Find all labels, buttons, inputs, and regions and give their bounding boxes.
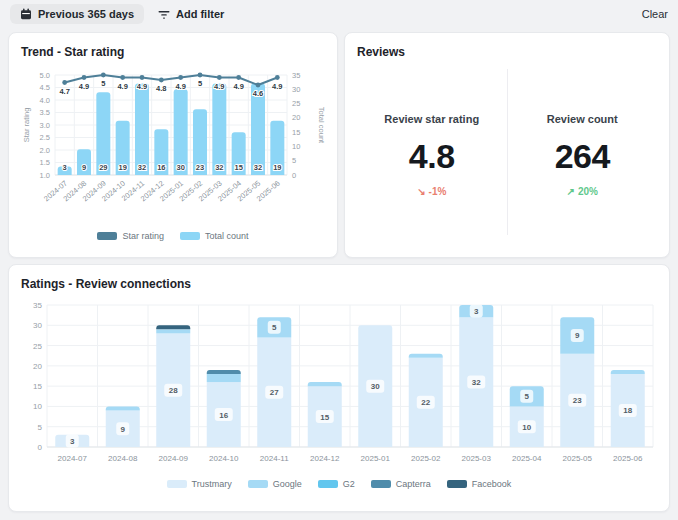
- svg-text:4.9: 4.9: [175, 82, 185, 91]
- legend-item-capterra: Capterra: [371, 479, 431, 489]
- svg-text:20: 20: [33, 362, 42, 371]
- legend-swatch: [447, 480, 467, 488]
- svg-text:2025-03: 2025-03: [462, 454, 492, 463]
- legend-item-total-count: Total count: [180, 231, 249, 241]
- svg-text:9: 9: [82, 163, 86, 172]
- kpi-delta: ↗ 20%: [567, 186, 598, 197]
- date-range-button[interactable]: Previous 365 days: [10, 4, 144, 24]
- svg-text:20: 20: [292, 113, 300, 122]
- calendar-icon: [20, 8, 32, 20]
- kpi-value: 264: [555, 137, 610, 176]
- svg-text:30: 30: [176, 163, 184, 172]
- svg-text:35: 35: [33, 301, 42, 310]
- svg-text:15: 15: [234, 163, 242, 172]
- svg-text:5: 5: [525, 392, 530, 401]
- kpi-delta-value: 20%: [578, 186, 598, 197]
- legend-swatch: [371, 480, 391, 488]
- svg-text:32: 32: [138, 163, 146, 172]
- svg-text:0: 0: [292, 171, 296, 180]
- svg-text:16: 16: [157, 163, 165, 172]
- kpi-review-count: Review count 264 ↗ 20%: [508, 59, 658, 245]
- svg-text:5.0: 5.0: [40, 71, 50, 80]
- svg-text:35: 35: [292, 71, 300, 80]
- add-filter-button[interactable]: Add filter: [158, 8, 224, 20]
- legend-item-facebook: Facebook: [447, 479, 512, 489]
- clear-filters-button[interactable]: Clear: [642, 8, 668, 20]
- svg-text:1.5: 1.5: [40, 158, 50, 167]
- ratings-chart-legend: TrustmaryGoogleG2CapterraFacebook: [21, 479, 657, 489]
- svg-text:2.5: 2.5: [40, 133, 50, 142]
- ratings-chart: 051015202530352024-072024-082024-092024-…: [21, 297, 659, 477]
- svg-text:2025-02: 2025-02: [411, 454, 441, 463]
- svg-text:4.9: 4.9: [79, 82, 89, 91]
- filter-lines-icon: [158, 8, 170, 20]
- svg-text:19: 19: [273, 163, 281, 172]
- svg-text:32: 32: [215, 163, 223, 172]
- legend-swatch: [180, 232, 200, 240]
- trend-star-rating-card: Trend - Star rating 1.01.52.02.53.03.54.…: [8, 32, 338, 258]
- svg-text:2024-10: 2024-10: [209, 454, 239, 463]
- svg-text:4.9: 4.9: [117, 82, 127, 91]
- trend-chart-legend: Star ratingTotal count: [21, 231, 325, 241]
- svg-text:10: 10: [522, 423, 531, 432]
- svg-text:4.9: 4.9: [137, 82, 147, 91]
- svg-text:22: 22: [421, 398, 430, 407]
- svg-text:25: 25: [292, 99, 300, 108]
- svg-text:4.9: 4.9: [233, 82, 243, 91]
- kpi-delta-value: -1%: [429, 186, 447, 197]
- add-filter-label: Add filter: [176, 8, 224, 20]
- svg-text:Star rating: Star rating: [22, 108, 31, 143]
- legend-item-g2: G2: [318, 479, 355, 489]
- svg-text:15: 15: [320, 413, 329, 422]
- reviews-card: Reviews Review star rating 4.8 ↘ -1% Rev…: [344, 32, 670, 258]
- svg-text:30: 30: [33, 321, 42, 330]
- svg-text:2024-09: 2024-09: [159, 454, 189, 463]
- svg-text:25: 25: [33, 342, 42, 351]
- date-range-label: Previous 365 days: [38, 8, 134, 20]
- kpi-label: Review count: [547, 113, 618, 125]
- svg-text:5: 5: [38, 423, 43, 432]
- trend-up-icon: ↗: [567, 186, 575, 197]
- kpi-value: 4.8: [409, 137, 455, 176]
- reviews-card-title: Reviews: [357, 45, 657, 59]
- legend-swatch: [248, 480, 268, 488]
- legend-label: Star rating: [122, 231, 164, 241]
- legend-label: Total count: [205, 231, 249, 241]
- legend-label: G2: [343, 479, 355, 489]
- legend-swatch: [97, 232, 117, 240]
- svg-text:2024-11: 2024-11: [260, 454, 289, 463]
- legend-label: Trustmary: [192, 479, 232, 489]
- trend-chart: 1.01.52.02.53.03.54.04.55.00510152025303…: [21, 65, 327, 229]
- svg-text:2024-12: 2024-12: [310, 454, 340, 463]
- svg-text:28: 28: [169, 386, 178, 395]
- svg-text:5: 5: [101, 79, 105, 88]
- legend-swatch: [318, 480, 338, 488]
- svg-text:5: 5: [292, 156, 296, 165]
- svg-text:19: 19: [118, 163, 126, 172]
- svg-text:3: 3: [474, 307, 479, 316]
- svg-text:Total count: Total count: [317, 107, 326, 144]
- svg-text:5: 5: [198, 79, 202, 88]
- svg-text:3: 3: [70, 437, 75, 446]
- svg-text:2024-08: 2024-08: [108, 454, 138, 463]
- toolbar: Previous 365 days Add filter Clear: [0, 0, 678, 28]
- legend-item-trustmary: Trustmary: [167, 479, 232, 489]
- legend-label: Capterra: [396, 479, 431, 489]
- svg-text:3: 3: [63, 163, 67, 172]
- svg-text:23: 23: [196, 163, 204, 172]
- kpi-review-star-rating: Review star rating 4.8 ↘ -1%: [357, 59, 507, 245]
- svg-text:29: 29: [99, 163, 107, 172]
- svg-text:30: 30: [371, 382, 380, 391]
- svg-text:15: 15: [33, 382, 42, 391]
- svg-text:2025-05: 2025-05: [563, 454, 593, 463]
- svg-text:2.0: 2.0: [40, 146, 50, 155]
- svg-text:27: 27: [270, 388, 279, 397]
- svg-text:2025-06: 2025-06: [613, 454, 643, 463]
- svg-text:16: 16: [219, 411, 228, 420]
- svg-text:4.9: 4.9: [214, 82, 224, 91]
- legend-label: Google: [273, 479, 302, 489]
- legend-item-google: Google: [248, 479, 302, 489]
- svg-text:4.8: 4.8: [156, 84, 166, 93]
- svg-text:9: 9: [575, 331, 580, 340]
- svg-text:23: 23: [573, 396, 582, 405]
